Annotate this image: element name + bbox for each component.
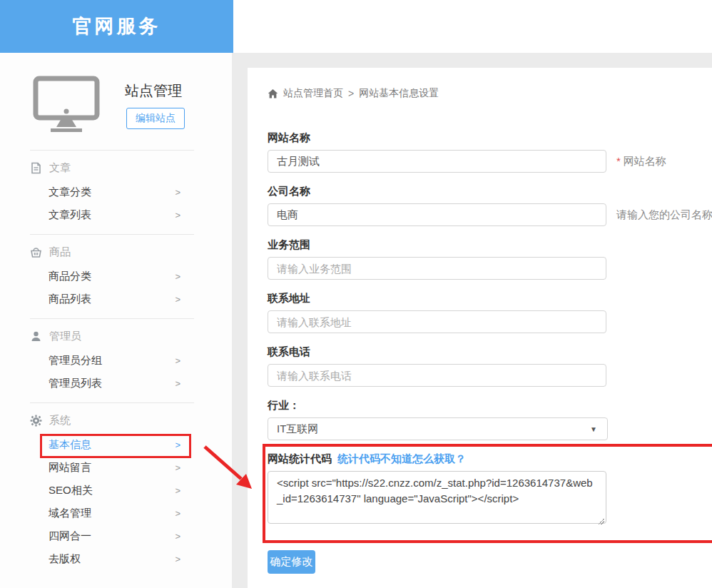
chevron-right-icon: > xyxy=(175,271,180,282)
user-icon xyxy=(30,330,42,343)
business-scope-input[interactable] xyxy=(268,257,606,280)
stats-code-label: 网站统计代码 xyxy=(268,452,332,466)
content-panel: 站点管理首页 > 网站基本信息设置 网站名称 *网站名称 公司名称 请输入您的公… xyxy=(248,68,712,588)
chevron-right-icon: > xyxy=(175,378,180,389)
breadcrumb-home-link[interactable]: 站点管理首页 xyxy=(283,87,343,100)
contact-phone-input[interactable] xyxy=(268,364,606,387)
company-name-group: 公司名称 请输入您的公司名称 xyxy=(268,184,606,226)
breadcrumb: 站点管理首页 > 网站基本信息设置 xyxy=(268,87,712,100)
sidebar-item-label: 管理员分组 xyxy=(49,354,102,368)
sidebar-section-goods: 商品 xyxy=(0,245,232,258)
chevron-right-icon: > xyxy=(175,554,180,564)
contact-phone-group: 联系电话 xyxy=(268,345,606,387)
sidebar-item-seo[interactable]: SEO相关 > xyxy=(0,479,232,502)
chevron-right-icon: > xyxy=(175,462,180,473)
chevron-down-icon: ▼ xyxy=(590,425,597,433)
sidebar-item-admin-group[interactable]: 管理员分组 > xyxy=(0,349,232,372)
sidebar-item-goods-category[interactable]: 商品分类 > xyxy=(0,265,232,288)
chevron-right-icon: > xyxy=(175,187,180,198)
website-name-hint: *网站名称 xyxy=(616,155,666,168)
chevron-right-icon: > xyxy=(175,210,180,220)
sidebar-item-label: 域名管理 xyxy=(49,507,91,520)
sidebar-item-label: SEO相关 xyxy=(49,484,93,497)
contact-address-group: 联系地址 xyxy=(268,291,606,333)
sidebar-item-label: 基本信息 xyxy=(49,438,91,452)
sidebar-item-four-in-one[interactable]: 四网合一 > xyxy=(0,524,232,547)
industry-select[interactable]: IT互联网 ▼ xyxy=(268,417,608,440)
sidebar-divider xyxy=(30,234,194,235)
sidebar-item-label: 商品分类 xyxy=(49,270,91,283)
app-title: 官网服务 xyxy=(73,14,161,39)
site-card: 站点管理 编辑站点 xyxy=(0,53,232,150)
sidebar-item-label: 管理员列表 xyxy=(49,377,102,390)
breadcrumb-separator: > xyxy=(348,88,354,99)
sidebar-section-label: 文章 xyxy=(49,161,71,175)
industry-label: 行业： xyxy=(268,398,606,412)
edit-site-button[interactable]: 编辑站点 xyxy=(126,108,185,129)
stats-code-textarea[interactable]: <script src="https://s22.cnzz.com/z_stat… xyxy=(268,471,606,524)
chevron-right-icon: > xyxy=(175,355,180,366)
sidebar-item-label: 四网合一 xyxy=(49,529,91,543)
stats-code-help-link[interactable]: 统计代码不知道怎么获取？ xyxy=(337,452,466,466)
gear-icon xyxy=(30,415,42,427)
sidebar: 站点管理 编辑站点 文章 文章分类 > 文章列表 > xyxy=(0,53,232,588)
chevron-right-icon: > xyxy=(175,508,180,519)
chevron-right-icon: > xyxy=(175,294,180,305)
company-name-hint: 请输入您的公司名称 xyxy=(616,208,712,222)
stats-code-group: 网站统计代码 统计代码不知道怎么获取？ <script src="https:/… xyxy=(268,452,606,527)
website-name-group: 网站名称 *网站名称 xyxy=(268,131,606,173)
business-scope-label: 业务范围 xyxy=(268,238,606,252)
sidebar-item-label: 文章列表 xyxy=(49,208,91,222)
sidebar-item-goods-list[interactable]: 商品列表 > xyxy=(0,288,232,310)
sidebar-item-label: 去版权 xyxy=(49,552,81,566)
top-bar xyxy=(233,0,712,53)
sidebar-section-system: 系统 xyxy=(0,414,232,427)
chevron-right-icon: > xyxy=(175,440,180,450)
chevron-right-icon: > xyxy=(175,531,180,542)
monitor-icon xyxy=(33,76,100,133)
business-scope-group: 业务范围 xyxy=(268,238,606,280)
contact-address-label: 联系地址 xyxy=(268,291,606,305)
sidebar-item-label: 商品列表 xyxy=(49,293,91,306)
required-star: * xyxy=(616,155,621,167)
chevron-right-icon: > xyxy=(175,485,180,496)
site-management-title: 站点管理 xyxy=(125,81,182,101)
breadcrumb-current-page: 网站基本信息设置 xyxy=(359,87,439,100)
company-name-label: 公司名称 xyxy=(268,184,606,198)
sidebar-item-article-list[interactable]: 文章列表 > xyxy=(0,203,232,226)
brand-header: 官网服务 xyxy=(0,0,233,53)
sidebar-section-label: 商品 xyxy=(49,245,71,259)
sidebar-divider xyxy=(30,318,194,319)
sidebar-section-articles: 文章 xyxy=(0,161,232,174)
sidebar-section-label: 管理员 xyxy=(49,330,81,343)
sidebar-divider xyxy=(30,150,194,151)
sidebar-item-label: 网站留言 xyxy=(49,461,91,475)
sidebar-item-basic-info[interactable]: 基本信息 > xyxy=(0,433,232,456)
sidebar-item-site-messages[interactable]: 网站留言 > xyxy=(0,456,232,479)
confirm-edit-button[interactable]: 确定修改 xyxy=(268,550,315,574)
sidebar-item-article-category[interactable]: 文章分类 > xyxy=(0,181,232,203)
sidebar-item-label: 文章分类 xyxy=(49,186,91,199)
website-name-input[interactable] xyxy=(268,150,606,173)
home-icon xyxy=(268,88,278,99)
hint-text: 网站名称 xyxy=(624,155,666,167)
sidebar-section-label: 系统 xyxy=(49,414,71,427)
basic-info-form: 网站名称 *网站名称 公司名称 请输入您的公司名称 业务范围 联系地址 联系电话 xyxy=(268,131,606,527)
industry-selected-value: IT互联网 xyxy=(277,422,318,436)
article-icon xyxy=(30,162,42,174)
page: 官网服务 站点管理 编辑站点 xyxy=(0,0,712,588)
sidebar-item-domain-management[interactable]: 域名管理 > xyxy=(0,502,232,524)
contact-address-input[interactable] xyxy=(268,310,606,333)
sidebar-item-admin-list[interactable]: 管理员列表 > xyxy=(0,372,232,395)
basket-icon xyxy=(30,246,42,258)
sidebar-section-admins: 管理员 xyxy=(0,330,232,343)
industry-group: 行业： IT互联网 ▼ xyxy=(268,398,606,440)
company-name-input[interactable] xyxy=(268,203,606,226)
sidebar-divider xyxy=(30,402,194,403)
contact-phone-label: 联系电话 xyxy=(268,345,606,359)
sidebar-item-remove-copyright[interactable]: 去版权 > xyxy=(0,547,232,570)
website-name-label: 网站名称 xyxy=(268,131,606,145)
